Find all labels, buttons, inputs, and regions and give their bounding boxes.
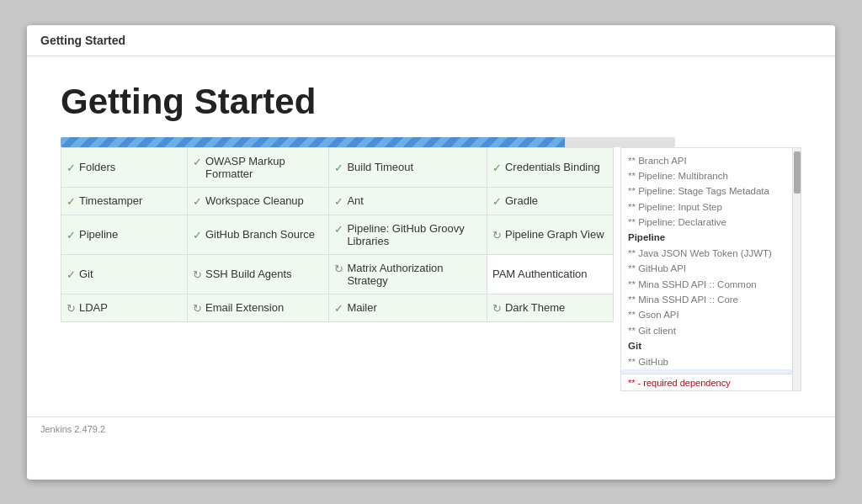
plugin-name: Timestamper [79, 194, 142, 207]
plugin-cell: ↻Matrix Authorization Strategy [329, 254, 487, 294]
check-icon: ✓ [193, 229, 202, 241]
sidebar-content[interactable]: ** Branch API** Pipeline: Multibranch** … [621, 148, 801, 374]
check-icon: ✓ [67, 195, 76, 208]
plugin-cell: ↻Email Extension [188, 294, 329, 321]
plugin-item: ✓Mailer [334, 301, 478, 315]
plugin-name: Ant [347, 194, 364, 207]
plugin-item: ✓Workspace Cleanup [193, 194, 320, 208]
sidebar-line: ** Mina SSHD API :: Core [628, 292, 794, 307]
sidebar-scrollbar-thumb [794, 151, 801, 194]
plugin-name: Pipeline: GitHub Groovy Libraries [347, 222, 478, 247]
plugin-cell: ✓GitHub Branch Source [188, 215, 329, 254]
plugins-table: ✓Folders✓OWASP Markup Formatter✓Build Ti… [61, 147, 614, 322]
plugin-item: ↻Dark Theme [492, 301, 604, 315]
spinner-icon: ↻ [492, 229, 502, 241]
plugin-cell: PAM Authentication [487, 254, 613, 294]
plugin-item: ↻LDAP [67, 301, 178, 315]
plugin-name: SSH Build Agents [205, 268, 292, 280]
sidebar-line: ** Pipeline: Stage Tags Metadata [628, 183, 794, 199]
plugin-name: Build Timeout [347, 161, 413, 173]
sidebar-line: ** GitHub API [628, 261, 794, 276]
plugin-name: Matrix Authorization Strategy [347, 262, 478, 287]
plugin-name: PAM Authentication [492, 268, 588, 280]
sidebar-line: ** Gson API [628, 307, 794, 322]
plugin-cell: ✓Credentials Binding [487, 147, 613, 187]
sidebar-line: ** Branch API [628, 153, 794, 168]
spinner-icon: ↻ [193, 302, 202, 315]
window-footer: Jenkins 2.479.2 [27, 416, 835, 441]
plugin-item: ↻Pipeline Graph View [492, 228, 604, 241]
sidebar-scrollbar[interactable] [792, 148, 801, 390]
plugin-cell: ✓Ant [329, 187, 487, 215]
plugin-name: Credentials Binding [505, 161, 600, 173]
plugin-cell: ✓Workspace Cleanup [188, 187, 329, 215]
plugin-name: Pipeline Graph View [505, 228, 604, 241]
check-icon: ✓ [67, 229, 76, 241]
plugin-cell: ✓Pipeline: GitHub Groovy Libraries [329, 215, 487, 254]
spinner-icon: ↻ [492, 302, 502, 315]
plugin-name: Git [79, 268, 93, 280]
sidebar-panel[interactable]: ** Branch API** Pipeline: Multibranch** … [620, 147, 801, 391]
plugin-item: ✓GitHub Branch Source [193, 228, 320, 241]
plugin-item: ↻Matrix Authorization Strategy [334, 262, 478, 287]
sidebar-footer: ** - required dependency [621, 374, 801, 391]
sidebar-line: ** GitHub [628, 354, 794, 369]
check-icon: ✓ [492, 162, 502, 174]
spinner-icon: ↻ [193, 268, 202, 281]
plugin-cell: ✓Mailer [329, 294, 487, 321]
plugin-item: PAM Authentication [492, 268, 604, 280]
sidebar-line: ** Java JSON Web Token (JJWT) [628, 246, 794, 261]
plugin-item: ✓Build Timeout [334, 161, 478, 174]
version-label: Jenkins 2.479.2 [40, 424, 105, 434]
plugin-name: Email Extension [205, 301, 284, 314]
sidebar-line: ** Mina SSHD API :: Common [628, 277, 794, 292]
sidebar-line: ** Pipeline: Declarative [628, 215, 794, 230]
check-icon: ✓ [67, 268, 76, 281]
plugin-name: Dark Theme [505, 301, 565, 314]
check-icon: ✓ [334, 302, 343, 315]
check-icon: ✓ [492, 195, 502, 208]
sidebar-line: ** Pipeline: Multibranch [628, 168, 794, 183]
progress-bar-container [61, 137, 675, 147]
plugin-cell: ✓Pipeline [61, 215, 188, 254]
check-icon: ✓ [334, 162, 343, 174]
check-icon: ✓ [193, 156, 202, 168]
plugin-name: Folders [79, 161, 115, 173]
plugin-name: LDAP [79, 301, 108, 314]
page-heading: Getting Started [61, 82, 801, 122]
plugin-cell: ✓Build Timeout [329, 147, 487, 187]
sidebar-line: ** Git client [628, 323, 794, 338]
plugin-name: Mailer [347, 301, 376, 314]
plugin-name: Pipeline [79, 228, 118, 241]
plugin-item: ✓Pipeline [67, 228, 178, 241]
spinner-icon: ↻ [334, 263, 343, 275]
check-icon: ✓ [67, 162, 76, 174]
check-icon: ✓ [334, 223, 343, 236]
plugin-item: ✓Git [67, 268, 178, 281]
plugin-item: ↻SSH Build Agents [193, 268, 320, 281]
plugin-cell: ✓Git [61, 254, 188, 294]
plugin-cell: ↻Dark Theme [487, 294, 613, 321]
plugin-cell: ✓Gradle [487, 187, 613, 215]
plugin-name: GitHub Branch Source [205, 228, 315, 241]
plugin-cell: ↻LDAP [61, 294, 188, 321]
main-area: ✓Folders✓OWASP Markup Formatter✓Build Ti… [61, 147, 801, 391]
plugin-item: ↻Email Extension [193, 301, 320, 315]
progress-bar-fill [61, 137, 565, 147]
sidebar-line: Pipeline [628, 230, 794, 245]
plugin-cell: ✓Timestamper [61, 187, 188, 215]
plugin-cell: ✓OWASP Markup Formatter [188, 147, 329, 187]
check-icon: ✓ [334, 195, 343, 208]
plugin-cell: ↻SSH Build Agents [188, 254, 329, 294]
plugin-item: ✓Pipeline: GitHub Groovy Libraries [334, 222, 478, 247]
sidebar-line: ** Pipeline: Input Step [628, 199, 794, 215]
plugin-item: ✓Ant [334, 194, 478, 208]
plugin-name: OWASP Markup Formatter [205, 155, 320, 180]
plugin-name: Gradle [505, 194, 538, 207]
plugin-item: ✓OWASP Markup Formatter [193, 155, 320, 180]
sidebar-line: Git [628, 338, 794, 353]
spinner-icon: ↻ [67, 302, 76, 315]
plugin-item: ✓Folders [67, 161, 178, 174]
plugin-cell: ✓Folders [61, 147, 188, 187]
window-title: Getting Started [40, 34, 125, 47]
